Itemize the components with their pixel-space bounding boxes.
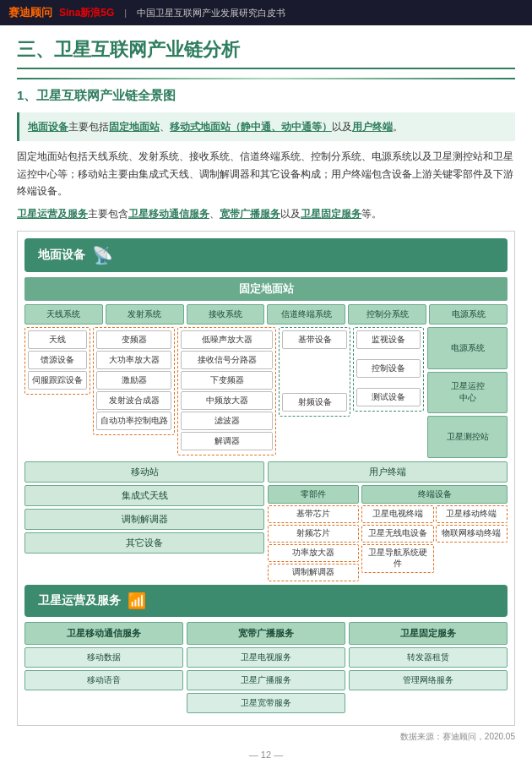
terminal-grid: 卫星电视终端 卫星无线电设备 卫星导航系统硬件 卫星移动终端 物联网移动终端 xyxy=(361,505,508,573)
subsystem-receive: 接收系统 xyxy=(187,304,265,325)
page-header: 赛迪顾问 Sina新浪5G | 中国卫星互联网产业发展研究白皮书 xyxy=(0,0,532,25)
combiner-item: 发射波合成器 xyxy=(96,391,171,410)
ops-col-mobile: 卫星移动通信服务 移动数据 移动语音 xyxy=(24,622,183,716)
splitter-item: 接收信号分路器 xyxy=(181,351,273,369)
data-source: 数据来源：赛迪顾问，2020.05 xyxy=(17,731,515,743)
transmit-group: 变频器 大功率放大器 激励器 发射波合成器 自动功率控制电路 xyxy=(93,327,175,435)
logo: 赛迪顾问 xyxy=(8,5,52,20)
terminal-col-right: 卫星移动终端 物联网移动终端 xyxy=(436,505,508,573)
sat-ops-header: 卫星运营及服务 📶 xyxy=(24,585,508,617)
mobile-station-label: 移动站 xyxy=(24,461,264,483)
components-label: 零部件 xyxy=(268,485,359,504)
user-terminal-col: 用户终端 零部件 基带芯片 射频芯片 功率放大器 调制解调器 终端设备 xyxy=(268,461,508,581)
ops-mobile-voice: 移动语音 xyxy=(24,670,183,690)
subsystem-transmit: 发射系统 xyxy=(106,304,184,325)
power-box: 电源系统 xyxy=(427,327,508,369)
sat-monitor-box: 卫星测控站 xyxy=(427,416,508,458)
highlight-mobile: 移动式地面站（静中通、动中通等） xyxy=(170,121,332,133)
subsection-title: 1、卫星互联网产业链全景图 xyxy=(17,88,515,104)
industry-chain-chart: 地面设备 📡 固定地面站 天线系统 发射系统 接收系统 信道终端系统 控制分系统… xyxy=(17,231,515,726)
highlight-fixed-svc: 卫星固定服务 xyxy=(301,208,361,220)
nav-hardware: 卫星导航系统硬件 xyxy=(361,544,433,573)
ifamp-item: 中频放大器 xyxy=(181,391,273,410)
feed-item: 馈源设备 xyxy=(28,351,87,369)
sat-mobile-terminal: 卫星移动终端 xyxy=(436,505,508,523)
antenna-item: 天线 xyxy=(28,330,87,349)
pa-chip: 功率放大器 xyxy=(268,544,359,562)
ctrl-spacer1 xyxy=(356,351,421,359)
channel-spacer xyxy=(282,351,346,393)
ops-sat-radio: 卫星广播服务 xyxy=(187,670,345,690)
ops-broadband-header: 宽带广播服务 xyxy=(187,622,345,645)
subsystem-row: 天线系统 发射系统 接收系统 信道终端系统 控制分系统 电源系统 xyxy=(24,304,508,325)
hpa-item: 大功率放大器 xyxy=(96,351,171,369)
modem-mobile: 调制解调器 xyxy=(24,509,264,530)
user-terminal-label: 用户终端 xyxy=(268,461,508,483)
header-divider: | xyxy=(124,8,127,18)
terminal-col-left: 卫星电视终端 卫星无线电设备 卫星导航系统硬件 xyxy=(361,505,433,573)
wireless-device: 卫星无线电设备 xyxy=(361,525,433,543)
monitor-item: 监视设备 xyxy=(356,330,421,349)
receive-group: 低噪声放大器 接收信号分路器 下变频器 中频放大器 滤波器 解调器 xyxy=(177,327,276,455)
ops-transponder: 转发器租赁 xyxy=(349,647,508,668)
eq-col-antenna: 天线 馈源设备 伺服跟踪设备 xyxy=(24,327,90,458)
filter-item: 滤波器 xyxy=(181,412,273,430)
antenna-group: 天线 馈源设备 伺服跟踪设备 xyxy=(24,327,90,395)
rf-item: 射频设备 xyxy=(282,393,346,412)
subsystem-control: 控制分系统 xyxy=(348,304,426,325)
subsystem-power: 电源系统 xyxy=(429,304,508,325)
sat-control-box: 卫星运控中心 xyxy=(427,372,508,414)
iot-terminal: 物联网移动终端 xyxy=(436,525,508,543)
driver-item: 激励器 xyxy=(96,371,171,390)
mobile-station-col: 移动站 集成式天线 调制解调器 其它设备 xyxy=(24,461,264,581)
intro-para1: 固定地面站包括天线系统、发射系统、接收系统、信道终端系统、控制分系统、电源系统以… xyxy=(17,148,515,199)
ctrl-dev-item: 控制设备 xyxy=(356,359,421,378)
intro-highlight-box: 地面设备主要包括固定地面站、移动式地面站（静中通、动中通等）以及用户终端。 xyxy=(17,112,515,141)
user-terminal-grid: 零部件 基带芯片 射频芯片 功率放大器 调制解调器 终端设备 卫星电视终端 卫星… xyxy=(268,485,508,581)
main-content: 三、卫星互联网产业链分析 1、卫星互联网产业链全景图 地面设备主要包括固定地面站… xyxy=(0,25,532,768)
test-item: 测试设备 xyxy=(356,388,421,406)
page-number: — 12 — xyxy=(17,750,515,760)
ops-three-col: 卫星移动通信服务 移动数据 移动语音 宽带广播服务 卫星电视服务 卫星广播服务 … xyxy=(24,622,508,716)
antenna-icon: 📡 xyxy=(92,245,113,265)
ops-sat-broadband: 卫星宽带服务 xyxy=(187,693,345,713)
terminal-devices-col: 终端设备 卫星电视终端 卫星无线电设备 卫星导航系统硬件 卫星移动终端 物联网移… xyxy=(361,485,508,581)
components-col: 零部件 基带芯片 射频芯片 功率放大器 调制解调器 xyxy=(268,485,359,581)
ops-fixed-header: 卫星固定服务 xyxy=(349,622,508,645)
servo-item: 伺服跟踪设备 xyxy=(28,371,87,390)
freq-conv-item: 变频器 xyxy=(96,330,171,349)
sat-ops-label: 卫星运营及服务 xyxy=(38,593,121,608)
eq-col-control: 监视设备 控制设备 测试设备 xyxy=(353,327,424,458)
ops-col-fixed: 卫星固定服务 转发器租赁 管理网络服务 xyxy=(349,622,508,716)
ground-equipment-header: 地面设备 📡 xyxy=(24,238,508,272)
eq-col-transmit: 变频器 大功率放大器 激励器 发射波合成器 自动功率控制电路 xyxy=(93,327,175,458)
highlight-user: 用户终端 xyxy=(352,121,393,133)
equipment-area: 天线 馈源设备 伺服跟踪设备 变频器 大功率放大器 激励器 发射波合成器 自动功… xyxy=(24,327,508,458)
subsystem-antenna: 天线系统 xyxy=(24,304,103,325)
downconv-item: 下变频器 xyxy=(181,371,273,390)
header-title: 中国卫星互联网产业发展研究白皮书 xyxy=(137,7,285,19)
wifi-icon: 📶 xyxy=(128,592,146,610)
rf-chip: 射频芯片 xyxy=(268,525,359,543)
apc-item: 自动功率控制电路 xyxy=(96,412,171,430)
highlight-broadband: 宽带广播服务 xyxy=(220,208,280,220)
eq-col-channel: 基带设备 射频设备 xyxy=(279,327,350,458)
ops-sat-tv: 卫星电视服务 xyxy=(187,647,345,668)
channel-group: 基带设备 射频设备 xyxy=(279,327,350,417)
ops-network-mgmt: 管理网络服务 xyxy=(349,670,508,690)
highlight-mobile-comm: 卫星移动通信服务 xyxy=(128,208,209,220)
highlight-ops: 卫星运营及服务 xyxy=(17,208,88,220)
ground-label: 地面设备 xyxy=(38,248,85,263)
fixed-station-label: 固定地面站 xyxy=(24,277,508,301)
subsystem-channel: 信道终端系统 xyxy=(267,304,345,325)
eq-right-boxes: 电源系统 卫星运控中心 卫星测控站 xyxy=(427,327,508,458)
section-divider xyxy=(17,78,515,79)
sina-logo: Sina新浪5G xyxy=(59,6,114,20)
modem-chip: 调制解调器 xyxy=(268,564,359,581)
section-title: 三、卫星互联网产业链分析 xyxy=(17,37,515,69)
ops-col-broadband: 宽带广播服务 卫星电视服务 卫星广播服务 卫星宽带服务 xyxy=(187,622,345,716)
mobile-user-row: 移动站 集成式天线 调制解调器 其它设备 用户终端 零部件 基带芯片 射频芯片 … xyxy=(24,461,508,581)
eq-col-receive: 低噪声放大器 接收信号分路器 下变频器 中频放大器 滤波器 解调器 xyxy=(177,327,276,458)
lna-item: 低噪声放大器 xyxy=(181,330,273,349)
highlight-fixed: 固定地面站 xyxy=(109,121,160,133)
